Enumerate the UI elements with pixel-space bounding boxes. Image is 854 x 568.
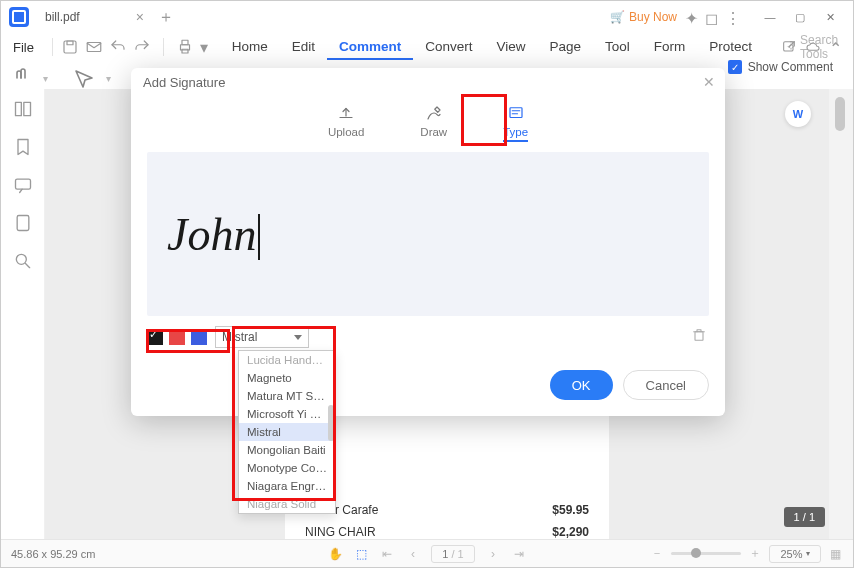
select-tool-icon[interactable]: [72, 67, 96, 91]
svg-rect-10: [17, 216, 29, 231]
menu-tool[interactable]: Tool: [593, 35, 642, 60]
tab-document[interactable]: bill.pdf ×: [37, 5, 152, 29]
zoom-select[interactable]: 25%▾: [769, 545, 821, 563]
window-controls: ― ▢ ✕: [755, 5, 845, 29]
tab-upload[interactable]: Upload: [322, 102, 370, 144]
font-option[interactable]: Lucida Handwri...: [239, 351, 335, 369]
status-bar: 45.86 x 95.29 cm ✋ ⬚ ⇤ ‹ 1 / 1 › ⇥ － ＋ 2…: [1, 539, 853, 567]
dropdown-scrollbar-thumb[interactable]: [328, 405, 334, 441]
zoom-in-icon[interactable]: ＋: [747, 545, 763, 562]
item-price: $59.95: [552, 503, 589, 517]
next-page-icon[interactable]: ›: [485, 547, 501, 561]
menu-page[interactable]: Page: [538, 35, 594, 60]
font-option[interactable]: Microsoft Yi Baiti: [239, 405, 335, 423]
window-maximize[interactable]: ▢: [785, 5, 815, 29]
signature-text-input[interactable]: John: [167, 208, 256, 261]
notification-icon[interactable]: ◻: [705, 9, 721, 25]
print-icon[interactable]: [176, 38, 194, 56]
ai-icon[interactable]: ✦: [685, 9, 701, 25]
signature-canvas[interactable]: John: [147, 152, 709, 316]
left-sidebar: [1, 89, 45, 539]
comment-panel-icon[interactable]: [13, 175, 33, 195]
cancel-button[interactable]: Cancel: [623, 370, 709, 400]
search-panel-icon[interactable]: [13, 251, 33, 271]
close-tab-icon[interactable]: ×: [136, 9, 144, 25]
last-page-icon[interactable]: ⇥: [511, 547, 527, 561]
dialog-close-button[interactable]: ✕: [703, 74, 715, 90]
window-close[interactable]: ✕: [815, 5, 845, 29]
svg-rect-1: [67, 41, 73, 45]
font-select[interactable]: Mistral: [215, 326, 309, 348]
menu-convert[interactable]: Convert: [413, 35, 484, 60]
cart-icon: 🛒: [610, 10, 625, 24]
dialog-footer: OK Cancel: [131, 360, 725, 416]
dialog-title: Add Signature: [143, 75, 225, 90]
tab-type[interactable]: Type: [497, 102, 534, 144]
menu-file[interactable]: File: [9, 38, 38, 57]
attachment-icon[interactable]: [13, 213, 33, 233]
upload-icon: [337, 104, 355, 122]
word-export-badge[interactable]: W: [785, 101, 811, 127]
color-blue[interactable]: [191, 329, 207, 345]
color-red[interactable]: [169, 329, 185, 345]
share-icon[interactable]: [781, 39, 797, 55]
svg-rect-0: [64, 41, 76, 53]
zoom-out-icon[interactable]: －: [649, 545, 665, 562]
font-option[interactable]: Niagara Solid: [239, 495, 335, 513]
collapse-ribbon-icon[interactable]: ⌃: [829, 39, 845, 55]
quick-toolbar: ▾: [61, 38, 208, 56]
line-item: NING CHAIR $2,290: [305, 521, 589, 539]
page-number-field[interactable]: 1 / 1: [431, 545, 475, 563]
font-option[interactable]: Monotype Corsiva: [239, 459, 335, 477]
menu-view[interactable]: View: [484, 35, 537, 60]
font-option-selected[interactable]: Mistral: [239, 423, 335, 441]
thumbnails-icon[interactable]: [13, 99, 33, 119]
menu-form[interactable]: Form: [642, 35, 698, 60]
mail-icon[interactable]: [85, 38, 103, 56]
redo-icon[interactable]: [133, 38, 151, 56]
menu-comment[interactable]: Comment: [327, 35, 413, 60]
zoom-slider[interactable]: [671, 552, 741, 555]
item-name: NING CHAIR: [305, 525, 376, 539]
tab-title: bill.pdf: [45, 10, 80, 24]
menu-home[interactable]: Home: [220, 35, 280, 60]
svg-rect-6: [784, 42, 793, 51]
item-price: $2,290: [552, 525, 589, 539]
svg-rect-2: [87, 43, 101, 52]
hand-tool-icon[interactable]: [9, 67, 33, 91]
bookmark-icon[interactable]: [13, 137, 33, 157]
svg-point-11: [16, 254, 26, 264]
font-option[interactable]: Magneto: [239, 369, 335, 387]
vertical-scrollbar[interactable]: [829, 89, 853, 539]
zoom-controls: － ＋ 25%▾ ▦: [649, 545, 843, 563]
app-logo-icon: [9, 7, 29, 27]
delete-signature-icon[interactable]: [691, 327, 707, 347]
select-mode-icon[interactable]: ⬚: [353, 547, 369, 561]
font-dropdown[interactable]: Lucida Handwri... Magneto Matura MT Scri…: [238, 350, 336, 514]
font-option[interactable]: Matura MT Scrip...: [239, 387, 335, 405]
font-option[interactable]: Niagara Engraved: [239, 477, 335, 495]
first-page-icon[interactable]: ⇤: [379, 547, 395, 561]
color-black[interactable]: [147, 329, 163, 345]
save-icon[interactable]: [61, 38, 79, 56]
show-comment-label: Show Comment: [748, 60, 833, 74]
cloud-icon[interactable]: [805, 39, 821, 55]
undo-icon[interactable]: [109, 38, 127, 56]
tab-draw[interactable]: Draw: [414, 102, 453, 144]
ok-button[interactable]: OK: [550, 370, 613, 400]
menubar: File ▾ Home Edit Comment Convert View Pa…: [1, 33, 853, 61]
window-minimize[interactable]: ―: [755, 5, 785, 29]
prev-page-icon[interactable]: ‹: [405, 547, 421, 561]
show-comment-check[interactable]: ✓: [728, 60, 742, 74]
titlebar: bill.pdf × ＋ 🛒 Buy Now ✦ ◻ ⋮ ― ▢ ✕: [1, 1, 853, 33]
font-option[interactable]: Mongolian Baiti: [239, 441, 335, 459]
print-dropdown-icon[interactable]: ▾: [200, 38, 208, 56]
hand-mode-icon[interactable]: ✋: [327, 547, 343, 561]
menu-protect[interactable]: Protect: [697, 35, 764, 60]
menu-edit[interactable]: Edit: [280, 35, 327, 60]
svg-rect-7: [15, 102, 21, 115]
more-icon[interactable]: ⋮: [725, 9, 741, 25]
new-tab-button[interactable]: ＋: [158, 7, 174, 28]
buy-now-button[interactable]: 🛒 Buy Now: [610, 10, 677, 24]
fit-page-icon[interactable]: ▦: [827, 547, 843, 561]
